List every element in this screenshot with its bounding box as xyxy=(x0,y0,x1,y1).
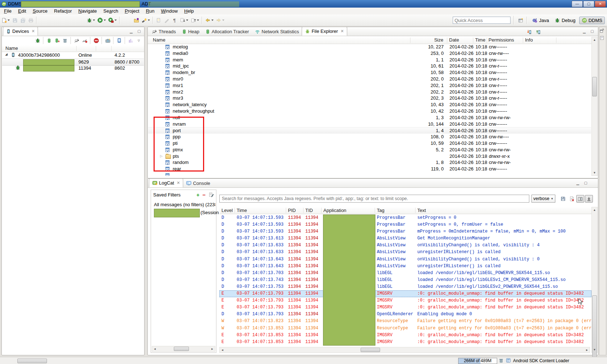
minimize-button[interactable]: — xyxy=(572,1,583,7)
scrollbar-thumb[interactable] xyxy=(174,347,189,351)
scrollbar-thumb[interactable] xyxy=(592,77,597,96)
file-row[interactable]: rear119, 02014-02-2610:18crw------- xyxy=(148,166,591,172)
log-row[interactable]: E03-07 14:07:13.7931139411394IMGSRV:0: g… xyxy=(219,304,591,311)
device-view-button[interactable] xyxy=(115,36,123,44)
perspective-ddms[interactable]: DDMS xyxy=(579,17,605,24)
remove-filter-icon[interactable]: − xyxy=(202,192,206,198)
minimize-view-icon[interactable]: ▁ xyxy=(575,180,581,185)
scroll-right-icon[interactable]: ► xyxy=(210,346,215,352)
view-menu-icon[interactable]: ▽ xyxy=(135,36,143,44)
tab-file-explorer[interactable]: File Explorer✕ xyxy=(302,27,347,36)
dump-hprof-button[interactable] xyxy=(53,36,61,44)
update-threads-button[interactable] xyxy=(73,36,81,44)
start-profiling-button[interactable] xyxy=(81,36,89,44)
tab-logcat[interactable]: LogCat ✕ xyxy=(149,178,183,187)
logcat-search-input[interactable] xyxy=(219,195,529,203)
log-row[interactable]: D03-07 14:07:13.6331139411394AbsListView… xyxy=(219,242,591,249)
save-button[interactable] xyxy=(11,16,19,24)
menu-project[interactable]: Project xyxy=(121,8,142,14)
scroll-right-icon[interactable]: ► xyxy=(584,347,590,353)
log-row[interactable]: D03-07 14:07:13.6331139411394AbsListView… xyxy=(219,249,591,256)
debug-button[interactable] xyxy=(85,16,96,24)
maximize-button[interactable]: ▢ xyxy=(583,1,594,7)
file-row[interactable]: port1, 42014-02-2610:18crw------- xyxy=(148,127,591,134)
back-button[interactable] xyxy=(204,16,215,24)
file-row[interactable]: ptmx5, 22014-02-2610:18crw-rw-rw- xyxy=(148,147,591,153)
menu-help[interactable]: Help xyxy=(181,8,197,14)
menu-edit[interactable]: Edit xyxy=(15,8,29,14)
maximize-view-icon[interactable]: ▢ xyxy=(136,29,142,34)
maximize-view-icon[interactable]: ▢ xyxy=(589,29,595,34)
log-row[interactable]: W03-07 14:07:13.8231139411394ResourceTyp… xyxy=(219,318,591,325)
scrollbar-thumb[interactable] xyxy=(361,348,380,352)
show-whitespace-button[interactable]: ¶ xyxy=(171,16,178,24)
log-level-select[interactable]: verbose ▼ xyxy=(531,195,555,203)
log-row[interactable]: D03-07 14:07:13.5931139411394ProgressBar… xyxy=(219,228,591,235)
scrollbar-thumb[interactable] xyxy=(17,359,47,363)
stop-process-button[interactable] xyxy=(92,36,100,44)
maximize-view-icon[interactable]: ▢ xyxy=(583,180,589,185)
file-row[interactable]: ppp108, 02014-02-2610:18crw-rw---- xyxy=(148,134,591,140)
scroll-down-icon[interactable]: ▼ xyxy=(592,347,597,352)
close-icon[interactable]: ✕ xyxy=(340,29,344,34)
tab-heap[interactable]: Heap xyxy=(179,27,202,36)
menu-run[interactable]: Run xyxy=(143,8,158,14)
clear-log-button[interactable] xyxy=(568,195,576,203)
col-pid[interactable]: PID xyxy=(288,208,296,213)
perspective-java[interactable]: JJava xyxy=(530,17,551,24)
mark-occurrences-button[interactable] xyxy=(155,16,163,24)
forward-button[interactable] xyxy=(215,16,225,24)
file-row[interactable]: pti10, 592014-02-2610:18crw------- xyxy=(148,140,591,147)
scroll-left-icon[interactable]: ◄ xyxy=(220,347,225,353)
new-wizard-button[interactable] xyxy=(0,16,11,24)
tab-console[interactable]: Console xyxy=(183,179,213,187)
close-icon[interactable]: ✕ xyxy=(31,29,35,34)
menu-window[interactable]: Window xyxy=(158,8,181,14)
file-row[interactable]: msr1202, 12014-02-2610:18crw-r----- xyxy=(148,82,591,89)
log-row[interactable]: E03-07 14:07:13.7931139411394IMGSRV:0: g… xyxy=(219,290,591,297)
log-row[interactable]: D03-07 14:07:13.7931139411394OpenGLRende… xyxy=(219,311,591,318)
expander-icon[interactable]: ▷ xyxy=(160,153,163,160)
file-row[interactable]: network_latency10, 432014-02-2610:18crw-… xyxy=(148,101,591,108)
log-row[interactable]: D03-07 14:07:13.5931139411394ProgressBar… xyxy=(219,214,591,221)
log-row[interactable]: D03-07 14:07:13.7531139411394libEGLloade… xyxy=(219,283,591,290)
expander-icon[interactable]: ◢ xyxy=(5,52,8,56)
restore-editor-icon[interactable] xyxy=(599,28,606,34)
file-row[interactable]: mcelog10, 2272014-02-2610:18crw------- xyxy=(148,44,591,50)
scroll-up-icon[interactable]: ▲ xyxy=(592,207,597,213)
col-permissions[interactable]: Permissions xyxy=(488,37,514,43)
scroll-left-icon[interactable]: ◄ xyxy=(152,346,158,352)
menu-search[interactable]: Search xyxy=(100,8,121,14)
col-tag[interactable]: Tag xyxy=(377,208,384,213)
open-type-button[interactable] xyxy=(132,16,140,24)
log-row[interactable]: E03-07 14:07:13.8531139411394IMGSRV:0: g… xyxy=(219,339,591,346)
log-row[interactable]: D03-07 14:07:13.6131139411394AbsListView… xyxy=(219,235,591,242)
tab-allocation-tracker[interactable]: Allocation Tracker xyxy=(202,27,252,36)
close-icon[interactable]: ✕ xyxy=(177,181,180,185)
file-row[interactable]: network_throughput10, 422014-02-2610:18c… xyxy=(148,108,591,114)
log-row[interactable]: W03-07 14:07:13.8531139411394ResourceTyp… xyxy=(219,325,591,332)
file-row[interactable]: msr3202, 32014-02-2610:18crw-r----- xyxy=(148,95,591,101)
log-row[interactable]: D03-07 14:07:13.6431139411394AbsListView… xyxy=(219,263,591,270)
file-row[interactable]: media0253, 02014-02-2610:18crw-rw---- xyxy=(148,50,591,57)
log-scrollbar-horizontal[interactable]: ◄ ► xyxy=(219,347,590,353)
log-row[interactable]: E03-07 14:07:13.8531139411394IMGSRV:0: g… xyxy=(219,332,591,339)
file-row[interactable]: mid_ipc10, 612014-02-2610:18crw-r----- xyxy=(148,63,591,69)
col-date[interactable]: Date xyxy=(449,37,459,43)
editor-area-icon[interactable] xyxy=(599,35,606,42)
add-filter-icon[interactable]: + xyxy=(196,192,199,198)
scroll-down-icon[interactable]: ▼ xyxy=(592,170,597,176)
saved-filter-item[interactable]: All messages (no filters) (2238) xyxy=(152,202,215,208)
col-time[interactable]: Time xyxy=(237,208,247,213)
autoscroll-button[interactable] xyxy=(585,195,593,203)
log-row[interactable]: D03-07 14:07:13.6431139411394AbsListView… xyxy=(219,256,591,263)
toggle-filters-pane-button[interactable] xyxy=(576,195,584,203)
file-scrollbar-vertical[interactable]: ▲ ▼ xyxy=(591,37,598,176)
col-name[interactable]: Name xyxy=(153,37,165,43)
push-file-button[interactable] xyxy=(534,28,542,36)
log-row[interactable]: D03-07 14:07:13.7031139411394libEGLloade… xyxy=(219,270,591,277)
log-row[interactable]: D03-07 14:07:13.7431139411394libEGLloade… xyxy=(219,277,591,283)
print-button[interactable] xyxy=(27,16,35,24)
save-all-button[interactable] xyxy=(19,16,27,24)
col-tid[interactable]: TID xyxy=(305,208,313,213)
